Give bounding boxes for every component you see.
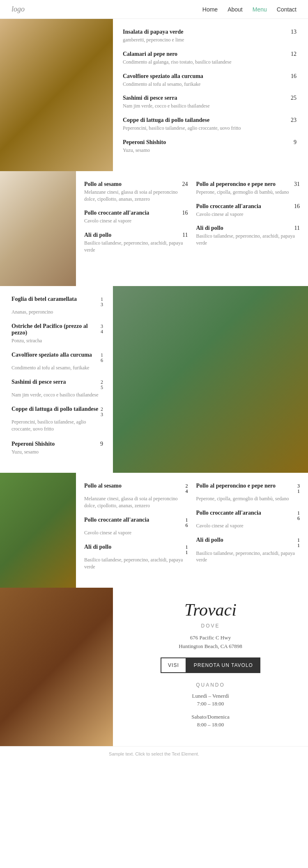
- item-price: 31: [294, 181, 300, 188]
- weekend-time: 8:00 – 18:00: [191, 721, 229, 729]
- restaurant-image: [113, 286, 308, 473]
- section-specials: Foglia di betel caramellata 13 Ananas, p…: [0, 286, 308, 473]
- item-desc: Peperoncini, basilico tailandese, aglio …: [123, 125, 297, 132]
- menu-item: Pollo al sesamo 24 Melanzane cinesi, gla…: [84, 483, 188, 509]
- item-price: 11: [297, 538, 300, 548]
- menu-item: Insalata di papaya verde 13 gamberetti, …: [123, 29, 297, 44]
- item-desc: Yuzu, sesamo: [11, 449, 103, 456]
- section-starters: Insalata di papaya verde 13 gamberetti, …: [0, 19, 308, 171]
- item-price: 34: [101, 324, 103, 334]
- menu-item: Sashimi di pesce serra 25 Nam jim verde,…: [123, 95, 297, 110]
- logo: logo: [11, 5, 25, 14]
- address: 676 Pacific C Hwy Huntington Beach, CA 6…: [179, 634, 242, 651]
- item-desc: Basilico tailandese, peperoncino, arachi…: [84, 240, 188, 254]
- item-name: Pollo al peperoncino e pepe nero: [196, 181, 276, 188]
- item-name: Ali di pollo: [196, 537, 223, 543]
- visit-button[interactable]: VISI: [161, 657, 186, 673]
- item-price: 16: [297, 511, 300, 521]
- item-price: 16: [101, 353, 103, 363]
- item-price: 24: [186, 483, 188, 494]
- item-desc: Basilico tailandese, peperoncino, arachi…: [196, 233, 300, 247]
- item-price: 23: [291, 117, 297, 124]
- item-price: 9: [294, 139, 297, 146]
- menu-item: Peperoni Shishito 9 Yuzu, sesamo: [11, 440, 103, 456]
- nav-about[interactable]: About: [228, 6, 243, 13]
- weekday-label: Lunedì – Venerdì: [192, 692, 229, 700]
- weekend-hours: Sabato/Domenica 8:00 – 18:00: [191, 713, 229, 729]
- item-price: 16: [182, 210, 188, 216]
- item-desc: Ananas, peperoncino: [11, 309, 103, 316]
- weekday-hours: Lunedì – Venerdì 7:00 – 18:00: [192, 692, 229, 708]
- item-name: Pollo croccante all'arancia: [84, 210, 149, 216]
- item-name: Ostriche del Pacifico (prezzo al pezzo): [11, 323, 101, 336]
- item-price: 11: [186, 545, 188, 555]
- menu-item: Ali di pollo 11 Basilico tailandese, pep…: [196, 225, 300, 247]
- chicken-menu-cols: Pollo al sesamo 24 Melanzane cinesi, gla…: [76, 171, 308, 286]
- people-image: [0, 588, 113, 746]
- item-name: Cavolfiore speziato alla curcuma: [123, 73, 203, 80]
- item-desc: Nam jim verde, cocco e basilico thailand…: [11, 392, 103, 399]
- item-name: Sashimi di pesce serra: [123, 95, 177, 101]
- item-desc: Nam jim verde, cocco e basilico thailand…: [123, 103, 297, 110]
- nav-menu[interactable]: Menu: [253, 6, 267, 13]
- item-name: Ali di pollo: [196, 225, 223, 231]
- menu-item: Cavolfiore speziato alla curcuma 16 Cond…: [123, 73, 297, 88]
- quando-label: QUANDO: [196, 682, 225, 688]
- section-chicken-1: Pollo al sesamo 24 Melanzane cinesi, gla…: [0, 171, 308, 286]
- trovaci-content: Trovaci DOVE 676 Pacific C Hwy Huntingto…: [113, 588, 308, 746]
- book-button[interactable]: PRENOTA UN TAVOLO: [186, 657, 260, 673]
- item-name: Pollo croccante all'arancia: [196, 203, 261, 210]
- item-desc: gamberetti, peperoncino e lime: [123, 37, 297, 44]
- nav-links: Home About Menu Contact: [202, 6, 297, 13]
- trovaci-section: Trovaci DOVE 676 Pacific C Hwy Huntingto…: [0, 588, 308, 746]
- item-name: Pollo croccante all'arancia: [84, 517, 149, 523]
- footer: Sample text. Click to select the Text El…: [0, 746, 308, 761]
- item-price: 11: [294, 225, 300, 231]
- menu-item: Cavolfiore speziato alla curcuma 16 Cond…: [11, 352, 103, 371]
- menu-item: Calamari al pepe nero 12 Condimento al g…: [123, 51, 297, 66]
- table-image: [0, 171, 76, 286]
- item-desc: Basilico tailandese, peperoncino, arachi…: [196, 550, 300, 564]
- menu-item: Foglia di betel caramellata 13 Ananas, p…: [11, 296, 103, 316]
- outdoor-image: [0, 473, 76, 588]
- menu-item: Ali di pollo 11 Basilico tailandese, pep…: [196, 537, 300, 563]
- nav-home[interactable]: Home: [202, 6, 218, 13]
- item-desc: Peperoncini, basilico tailandese, aglio …: [11, 419, 103, 433]
- item-desc: Cavolo cinese al vapore: [84, 529, 188, 536]
- menu-item: Coppe di lattuga di pollo tailandese 23 …: [11, 406, 103, 433]
- specials-menu: Foglia di betel caramellata 13 Ananas, p…: [0, 286, 113, 473]
- item-price: 13: [291, 29, 297, 35]
- item-price: 9: [100, 440, 103, 447]
- weekday-time: 7:00 – 18:00: [192, 700, 229, 708]
- item-price: 25: [291, 95, 297, 101]
- menu-item: Sashimi di pesce serra 25 Nam jim verde,…: [11, 379, 103, 399]
- item-desc: Ponzu, sriracha: [11, 337, 103, 344]
- chicken2-right-col: Pollo al peperoncino e pepe nero 31 Pepe…: [196, 483, 300, 578]
- menu-item: Pollo croccante all'arancia 16 Cavolo ci…: [196, 510, 300, 529]
- item-name: Pollo al sesamo: [84, 483, 122, 489]
- navigation: logo Home About Menu Contact: [0, 0, 308, 19]
- nav-contact[interactable]: Contact: [277, 6, 297, 13]
- item-price: 11: [182, 232, 188, 238]
- item-desc: Melanzane cinesi, glassa di soia al pepe…: [84, 495, 188, 509]
- menu-item: Pollo al peperoncino e pepe nero 31 Pepe…: [196, 181, 300, 196]
- address-line1: 676 Pacific C Hwy: [190, 634, 231, 641]
- item-price: 16: [291, 73, 297, 80]
- item-desc: Melanzane cinesi, glassa di soia al pepe…: [84, 189, 188, 203]
- item-name: Insalata di papaya verde: [123, 29, 183, 35]
- address-line2: Huntington Beach, CA 67898: [179, 643, 242, 649]
- item-name: Coppe di lattuga di pollo tailandese: [11, 406, 98, 412]
- trovaci-title: Trovaci: [184, 600, 237, 620]
- starters-menu: Insalata di papaya verde 13 gamberetti, …: [113, 19, 308, 171]
- menu-item: Peperoni Shishito 9 Yuzu, sesamo: [123, 139, 297, 154]
- menu-item: Pollo croccante all'arancia 16 Cavolo ci…: [84, 210, 188, 224]
- weekend-label: Sabato/Domenica: [191, 713, 229, 721]
- item-desc: Peperone, cipolla, germoglio di bambù, s…: [196, 189, 300, 196]
- item-desc: Cavolo cinese al vapore: [84, 218, 188, 224]
- item-price: 16: [294, 203, 300, 210]
- item-name: Pollo al peperoncino e pepe nero: [196, 483, 276, 489]
- chicken2-menu-cols: Pollo al sesamo 24 Melanzane cinesi, gla…: [76, 473, 308, 588]
- item-name: Sashimi di pesce serra: [11, 379, 66, 385]
- item-name: Ali di pollo: [84, 544, 111, 550]
- item-price: 23: [101, 407, 103, 417]
